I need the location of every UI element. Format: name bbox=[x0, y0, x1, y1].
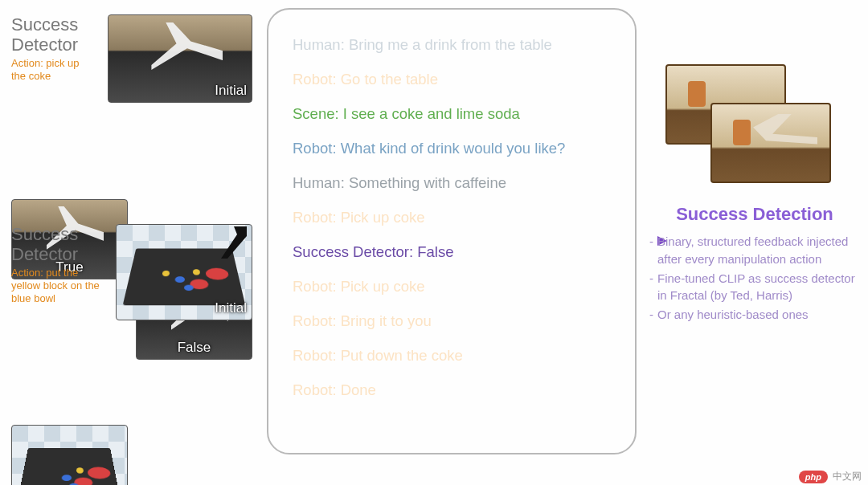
action-caption: Action: put the yellow block on the blue… bbox=[11, 267, 101, 306]
bullet-item: Or any heuristic-based ones bbox=[649, 306, 860, 324]
bullet-item: Binary, structured feedback injected aft… bbox=[649, 233, 860, 268]
thumb-label: Initial bbox=[215, 300, 247, 316]
detector-block-sim: Success Detector Action: put the yellow … bbox=[11, 224, 260, 405]
detection-title: Success Detection bbox=[649, 204, 860, 225]
thumb-lab-initial: Initial bbox=[108, 14, 252, 103]
detection-thumbs bbox=[665, 64, 860, 194]
chat-line-robot: Robot: Put down the coke bbox=[293, 346, 614, 365]
watermark-badge: php bbox=[799, 471, 828, 483]
site-watermark: php 中文网 bbox=[799, 468, 868, 485]
chat-line-robot: Robot: Done bbox=[293, 381, 614, 400]
chat-line-human: Human: Bring me a drink from the table bbox=[293, 35, 614, 55]
thumb-sim-initial: Initial bbox=[116, 224, 252, 320]
chat-line-scene: Scene: I see a coke and lime soda bbox=[293, 104, 614, 124]
dialogue-panel: Human: Bring me a drink from the table R… bbox=[267, 8, 637, 454]
thumb-sim-true: True bbox=[11, 425, 128, 485]
chat-line-human: Human: Something with caffeine bbox=[293, 173, 614, 193]
chat-line-robot: Robot: Pick up coke bbox=[293, 208, 614, 227]
chat-line-robot: Robot: Bring it to you bbox=[293, 312, 614, 331]
watermark-text: 中文网 bbox=[828, 468, 868, 485]
chat-line-robot: Robot: Pick up coke bbox=[293, 277, 614, 296]
detector-title: Success Detector bbox=[11, 14, 100, 55]
left-demonstrations: Success Detector Action: pick up the cok… bbox=[11, 14, 260, 429]
detector-block-lab: Success Detector Action: pick up the cok… bbox=[11, 14, 260, 195]
chat-line-robot: Robot: What kind of drink would you like… bbox=[293, 139, 614, 158]
chat-line-robot: Robot: Go to the table bbox=[293, 70, 614, 89]
action-caption: Action: pick up the coke bbox=[11, 57, 92, 84]
success-detection-panel: Success Detection Binary, structured fee… bbox=[649, 64, 860, 325]
chat-line-detector: Success Detector: False bbox=[293, 243, 614, 262]
bullet-item: Fine-tuned CLIP as success detector in F… bbox=[649, 270, 860, 305]
detection-bullets: Binary, structured feedback injected aft… bbox=[649, 233, 860, 324]
thumb-label: Initial bbox=[215, 83, 247, 99]
detector-title: Success Detector bbox=[11, 224, 104, 265]
thumb-table-after bbox=[710, 103, 831, 183]
